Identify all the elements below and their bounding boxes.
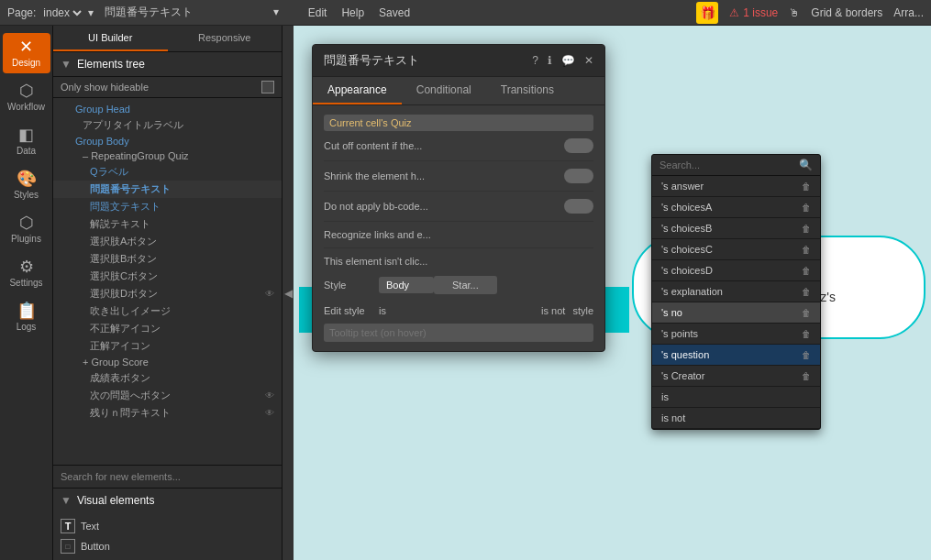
tree-item-choice-c[interactable]: 選択肢Cボタン [53, 268, 282, 285]
style-value[interactable]: Body [379, 277, 434, 293]
array-label[interactable]: Arra... [893, 6, 924, 19]
sidebar-item-logs[interactable]: 📋 Logs [3, 297, 50, 337]
help-action[interactable]: Help [341, 6, 364, 19]
page-dropdown[interactable]: index [39, 5, 84, 20]
tree-item-correct-icon[interactable]: 正解アイコン [53, 337, 282, 355]
dropdown-item-is[interactable]: is [652, 387, 820, 408]
ve-button-label: Button [81, 541, 110, 552]
dropdown-item-answer[interactable]: 's answer 🗑 [652, 176, 820, 197]
dropdown-item-question[interactable]: 's question 🗑 [652, 345, 820, 366]
item-label: 's choicesB [661, 223, 712, 234]
dropdown-item-choicesA[interactable]: 's choicesA 🗑 [652, 197, 820, 218]
dropdown-item-choicesC[interactable]: 's choicesC 🗑 [652, 239, 820, 260]
tree-item-app-title[interactable]: アプリタイトルラベル [53, 116, 282, 134]
info-icon[interactable]: ℹ [548, 54, 552, 67]
search-elements[interactable]: Search for new elements... [53, 465, 282, 488]
tree-item-group-body[interactable]: Group Body [53, 134, 282, 148]
elements-tree-label: Elements tree [77, 58, 145, 71]
tree-item-mondai-bun[interactable]: 問題文テキスト [53, 198, 282, 215]
delete-icon[interactable]: 🗑 [802, 308, 811, 318]
tree-item-choice-a[interactable]: 選択肢Aボタン [53, 233, 282, 250]
ve-text[interactable]: T Text [61, 516, 274, 536]
is-not-label: is not [541, 305, 565, 316]
dropdown-search-input[interactable] [659, 159, 799, 170]
tree-item-label: 吹き出しイメージ [90, 304, 171, 318]
element-title-input[interactable] [105, 6, 270, 19]
delete-icon[interactable]: 🗑 [802, 224, 811, 234]
sidebar-item-plugins[interactable]: ⬡ Plugins [3, 209, 50, 249]
tree-item-label: 問題番号テキスト [90, 182, 171, 196]
issue-badge[interactable]: ⚠ 1 issue [729, 6, 778, 19]
dropdown-item-creator[interactable]: 's Creator 🗑 [652, 366, 820, 387]
sidebar-item-settings[interactable]: ⚙ Settings [3, 253, 50, 293]
tree-item-label: 選択肢Dボタン [90, 287, 158, 301]
tab-ui-builder[interactable]: UI Builder [53, 26, 168, 51]
bb-code-toggle[interactable] [564, 199, 593, 214]
sidebar-item-data[interactable]: ◧ Data [3, 121, 50, 161]
sidebar-item-workflow[interactable]: ⬡ Workflow [3, 77, 50, 117]
grid-borders-button[interactable]: Grid & borders [811, 6, 882, 19]
tree-item-remaining[interactable]: 残りｎ問テキスト 👁 [53, 404, 282, 422]
sidebar-label-logs: Logs [17, 322, 37, 332]
tree-item-choice-d[interactable]: 選択肢Dボタン 👁 [53, 285, 282, 302]
styles-icon: 🎨 [17, 170, 37, 187]
tree-item-kaisetsu[interactable]: 解説テキスト [53, 215, 282, 233]
tab-responsive[interactable]: Responsive [168, 26, 283, 51]
sidebar-label-data: Data [17, 146, 36, 156]
delete-icon[interactable]: 🗑 [802, 350, 811, 360]
item-label: 's choicesC [661, 244, 713, 255]
ve-triangle: ▼ [61, 494, 72, 507]
shrink-toggle[interactable] [564, 169, 593, 183]
delete-icon[interactable]: 🗑 [802, 266, 811, 276]
ve-text-label: Text [81, 521, 99, 532]
help-icon[interactable]: ? [532, 54, 538, 67]
dropdown-item-no[interactable]: 's no 🗑 [652, 302, 820, 324]
element-properties-modal: 問題番号テキスト ? ℹ 💬 ✕ Appearance Conditional … [312, 44, 605, 352]
only-show-checkbox[interactable] [261, 81, 274, 93]
tree-item-label: アプリタイトルラベル [83, 118, 183, 132]
sidebar-item-styles[interactable]: 🎨 Styles [3, 165, 50, 205]
tree-item-repeating-group[interactable]: – RepeatingGroup Quiz [53, 148, 282, 163]
tree-item-next-question[interactable]: 次の問題へボタン 👁 [53, 387, 282, 404]
tree-item-choice-b[interactable]: 選択肢Bボタン [53, 250, 282, 268]
tree-item-q-label[interactable]: Qラベル [53, 163, 282, 181]
tree-item-label: 成績表ボタン [90, 371, 150, 385]
tree-item-label: Group Head [75, 104, 130, 115]
tree-item-incorrect-icon[interactable]: 不正解アイコン [53, 320, 282, 337]
button-icon: □ [61, 539, 75, 554]
close-icon[interactable]: ✕ [584, 54, 593, 67]
tab-conditional[interactable]: Conditional [402, 77, 486, 104]
delete-icon[interactable]: 🗑 [802, 287, 811, 297]
dropdown-item-explanation[interactable]: 's explanation 🗑 [652, 281, 820, 302]
field-dropdown: 🔍 's answer 🗑 's choicesA 🗑 's choicesB … [651, 154, 821, 430]
comment-icon[interactable]: 💬 [561, 54, 575, 67]
sidebar-item-design[interactable]: ✕ Design [3, 33, 50, 73]
edit-action[interactable]: Edit [308, 6, 327, 19]
delete-icon[interactable]: 🗑 [802, 329, 811, 339]
gift-icon[interactable]: 🎁 [696, 2, 718, 24]
page-selector[interactable]: Page: index ▾ [7, 5, 94, 20]
start-button[interactable]: Star... [434, 276, 497, 294]
tree-item-group-head[interactable]: Group Head [53, 102, 282, 116]
style-label: Style [324, 280, 379, 291]
tree-item-group-score[interactable]: + Group Score [53, 355, 282, 369]
dropdown-item-choicesB[interactable]: 's choicesB 🗑 [652, 218, 820, 239]
ve-button[interactable]: □ Button [61, 536, 274, 556]
dropdown-item-is-not[interactable]: is not [652, 408, 820, 429]
dropdown-item-points[interactable]: 's points 🗑 [652, 324, 820, 345]
data-icon: ◧ [18, 126, 34, 143]
dropdown-item-choicesD[interactable]: 's choicesD 🗑 [652, 260, 820, 281]
cut-off-toggle[interactable] [564, 138, 593, 153]
delete-icon[interactable]: 🗑 [802, 371, 811, 381]
panel-collapse-handle[interactable]: ◀ [283, 26, 294, 560]
tab-appearance[interactable]: Appearance [313, 77, 402, 104]
tooltip-input[interactable] [324, 324, 593, 342]
tree-item-seisekihyo[interactable]: 成績表ボタン [53, 369, 282, 387]
tab-transitions[interactable]: Transitions [486, 77, 569, 104]
current-cell-value[interactable]: Current cell's Quiz [324, 115, 593, 131]
delete-icon[interactable]: 🗑 [802, 203, 811, 213]
tree-item-mondai-bangou[interactable]: 問題番号テキスト [53, 181, 282, 198]
delete-icon[interactable]: 🗑 [802, 245, 811, 255]
tree-item-bubble[interactable]: 吹き出しイメージ [53, 302, 282, 320]
delete-icon[interactable]: 🗑 [802, 181, 811, 192]
